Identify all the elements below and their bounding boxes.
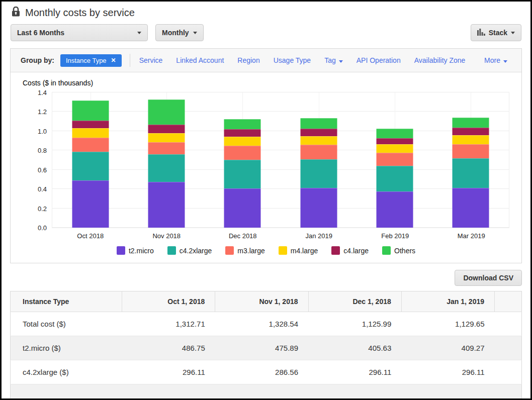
cell-value: 1,328.54 (215, 312, 308, 336)
group-by-bar: Group by: Instance Type ServiceLinked Ac… (11, 49, 521, 72)
bar-segment-Others[interactable] (224, 119, 261, 129)
bar-chart-icon (477, 29, 485, 37)
legend-label: m4.large (291, 247, 318, 255)
bar-segment-m3-large[interactable] (377, 153, 413, 166)
legend-swatch (382, 246, 391, 255)
bar-segment-c4-2xlarge[interactable] (148, 154, 185, 182)
bar-segment-Others[interactable] (300, 118, 337, 129)
chart-style-value: Stack (489, 29, 507, 37)
bar-segment-t2-micro[interactable] (300, 188, 337, 228)
group-by-option-linked-account[interactable]: Linked Account (176, 56, 224, 64)
bar-segment-c4-large[interactable] (300, 129, 337, 136)
time-range-dropdown[interactable]: Last 6 Months (11, 24, 148, 41)
legend-swatch (167, 246, 176, 255)
bar-segment-m3-large[interactable] (148, 142, 185, 154)
bar-segment-c4-large[interactable] (224, 129, 261, 137)
bar-dec-2018[interactable] (224, 119, 261, 228)
cell-value: 475.89 (215, 336, 308, 360)
divider (130, 54, 130, 67)
column-header-oct[interactable]: Oct 1, 2018 (122, 291, 215, 312)
cost-table: Instance Type Oct 1, 2018 Nov 1, 2018 De… (10, 291, 522, 400)
cell-value: 486.75 (122, 336, 215, 360)
granularity-dropdown[interactable]: Monthly (155, 24, 204, 41)
bar-segment-Others[interactable] (453, 118, 489, 128)
bar-segment-t2-micro[interactable] (72, 180, 109, 228)
legend-label: Others (394, 247, 415, 255)
table-row: t2.micro ($) 486.75 475.89 405.63 409.27 (11, 336, 522, 360)
bar-segment-Others[interactable] (148, 99, 185, 125)
group-by-option-usage-type[interactable]: Usage Type (274, 56, 311, 64)
group-by-option-api-operation[interactable]: API Operation (357, 56, 401, 64)
bar-segment-m3-large[interactable] (453, 144, 489, 158)
group-by-option-label: Usage Type (274, 56, 311, 64)
legend-item-m4-large: m4.large (279, 246, 318, 255)
chart-style-dropdown[interactable]: Stack (471, 24, 521, 41)
toolbar: Last 6 Months Monthly Stack (2, 19, 530, 41)
column-header-instance-type[interactable]: Instance Type (11, 291, 122, 312)
bar-segment-c4-2xlarge[interactable] (72, 152, 109, 180)
group-by-selected-pill[interactable]: Instance Type (60, 54, 122, 67)
column-header-nov[interactable]: Nov 1, 2018 (215, 291, 308, 312)
bar-segment-m4-large[interactable] (148, 133, 185, 142)
column-header-dec[interactable]: Dec 1, 2018 (308, 291, 401, 312)
bar-oct-2018[interactable] (72, 101, 109, 228)
bar-jan-2019[interactable] (300, 118, 337, 228)
cell-spacer (495, 336, 522, 360)
bar-segment-m4-large[interactable] (224, 137, 261, 146)
group-by-option-tag[interactable]: Tag (324, 56, 343, 64)
group-by-option-more[interactable]: More (484, 56, 507, 64)
bar-segment-Others[interactable] (377, 129, 413, 138)
bar-segment-Others[interactable] (72, 101, 109, 121)
chart-panel: Group by: Instance Type ServiceLinked Ac… (10, 48, 522, 263)
group-by-option-region[interactable]: Region (237, 56, 259, 64)
group-by-option-availability-zone[interactable]: Availability Zone (414, 56, 466, 64)
column-header-jan[interactable]: Jan 1, 2019 (401, 291, 494, 312)
group-by-option-label: Tag (324, 56, 336, 64)
legend-label: m3.large (237, 247, 264, 255)
bar-segment-t2-micro[interactable] (224, 188, 261, 228)
chevron-down-icon (193, 32, 197, 34)
legend-item-Others: Others (382, 246, 415, 255)
download-csv-button[interactable]: Download CSV (455, 270, 522, 286)
table-header-row: Instance Type Oct 1, 2018 Nov 1, 2018 De… (11, 291, 522, 312)
row-label (11, 384, 122, 400)
group-by-label: Group by: (21, 56, 54, 64)
group-by-selected-label: Instance Type (66, 57, 107, 64)
granularity-value: Monthly (162, 29, 189, 37)
y-tick-label: 0.6 (38, 166, 47, 174)
bar-segment-t2-micro[interactable] (148, 182, 185, 228)
bar-segment-m4-large[interactable] (300, 136, 337, 145)
bar-segment-m4-large[interactable] (377, 144, 413, 153)
cell-value: 286.56 (215, 360, 308, 384)
bar-nov-2018[interactable] (148, 99, 185, 228)
cell-value: 1,129.65 (401, 312, 494, 336)
cell-value: 1,125.99 (308, 312, 401, 336)
bar-segment-c4-large[interactable] (453, 128, 489, 135)
bar-feb-2019[interactable] (377, 129, 413, 228)
bar-segment-c4-2xlarge[interactable] (224, 160, 261, 188)
bar-segment-m3-large[interactable] (72, 138, 109, 152)
bar-segment-t2-micro[interactable] (453, 188, 489, 228)
plot-area (52, 92, 509, 228)
bar-mar-2019[interactable] (453, 118, 489, 228)
bar-segment-m3-large[interactable] (224, 146, 261, 160)
table-row: Total cost ($) 1,312.71 1,328.54 1,125.9… (11, 312, 522, 336)
row-label: Total cost ($) (11, 312, 122, 336)
bar-segment-c4-large[interactable] (377, 138, 413, 144)
group-by-option-service[interactable]: Service (139, 56, 163, 64)
column-header-spacer (495, 291, 522, 312)
group-by-option-label: Availability Zone (414, 56, 466, 64)
bar-segment-c4-large[interactable] (148, 125, 185, 133)
bar-segment-t2-micro[interactable] (377, 191, 413, 228)
legend-item-m3-large: m3.large (225, 246, 264, 255)
bar-segment-m4-large[interactable] (72, 128, 109, 138)
bar-segment-c4-large[interactable] (72, 121, 109, 128)
bar-segment-m3-large[interactable] (300, 145, 337, 159)
bar-segment-c4-2xlarge[interactable] (453, 158, 489, 188)
bar-segment-m4-large[interactable] (453, 135, 489, 144)
x-axis-label: Mar 2019 (458, 232, 485, 240)
bar-segment-c4-2xlarge[interactable] (300, 159, 337, 188)
bar-segment-c4-2xlarge[interactable] (377, 166, 413, 191)
close-icon[interactable] (111, 57, 116, 64)
table-row: c4.2xlarge ($) 296.11 286.56 296.11 296.… (11, 360, 522, 384)
